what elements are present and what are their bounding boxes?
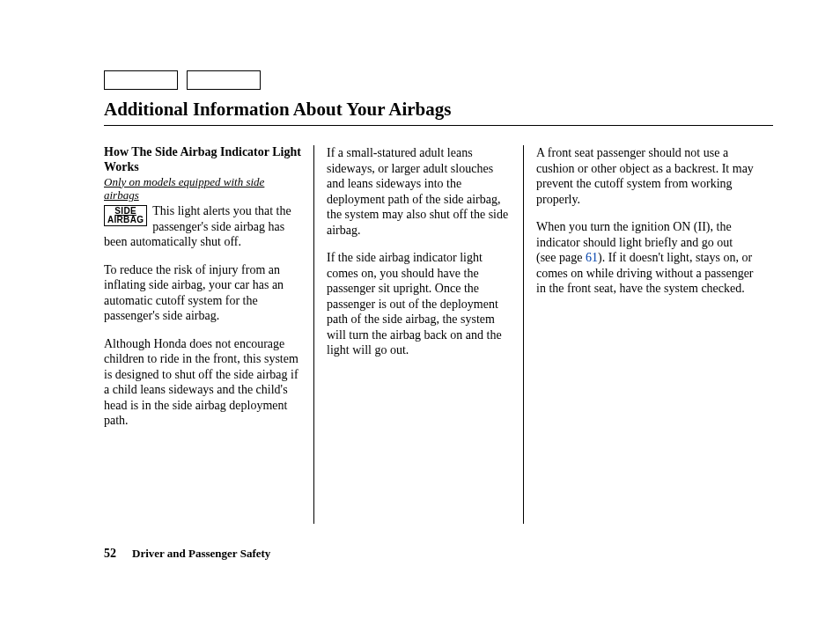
section-heading: How The Side Airbag Indicator Light Work… bbox=[104, 145, 301, 175]
page-number: 52 bbox=[104, 547, 116, 561]
column-3: A front seat passenger should not use a … bbox=[523, 145, 754, 524]
page-title: Additional Information About Your Airbag… bbox=[104, 99, 773, 126]
paragraph: SIDE AIRBAG This light alerts you that t… bbox=[104, 203, 301, 250]
page-link[interactable]: 61 bbox=[586, 251, 598, 264]
paragraph: Although Honda does not encourage childr… bbox=[104, 336, 301, 429]
side-airbag-icon: SIDE AIRBAG bbox=[104, 205, 147, 226]
column-2: If a small-statured adult leans sideways… bbox=[313, 145, 523, 524]
placeholder-box bbox=[187, 70, 261, 90]
text-columns: How The Side Airbag Indicator Light Work… bbox=[104, 145, 773, 524]
footer-section-title: Driver and Passenger Safety bbox=[132, 547, 270, 561]
column-1: How The Side Airbag Indicator Light Work… bbox=[104, 145, 313, 524]
paragraph: A front seat passenger should not use a … bbox=[536, 145, 754, 207]
page-footer: 52 Driver and Passenger Safety bbox=[104, 547, 773, 561]
paragraph: If the side airbag indicator light comes… bbox=[327, 250, 511, 358]
paragraph: When you turn the ignition ON (II), the … bbox=[536, 219, 754, 297]
placeholder-box bbox=[104, 70, 178, 90]
header-placeholders bbox=[104, 70, 773, 90]
model-note: Only on models equipped with side airbag… bbox=[104, 176, 301, 202]
paragraph: To reduce the risk of injury from an inf… bbox=[104, 262, 301, 324]
paragraph: If a small-statured adult leans sideways… bbox=[327, 145, 511, 238]
page-content: Additional Information About Your Airbag… bbox=[104, 70, 773, 561]
